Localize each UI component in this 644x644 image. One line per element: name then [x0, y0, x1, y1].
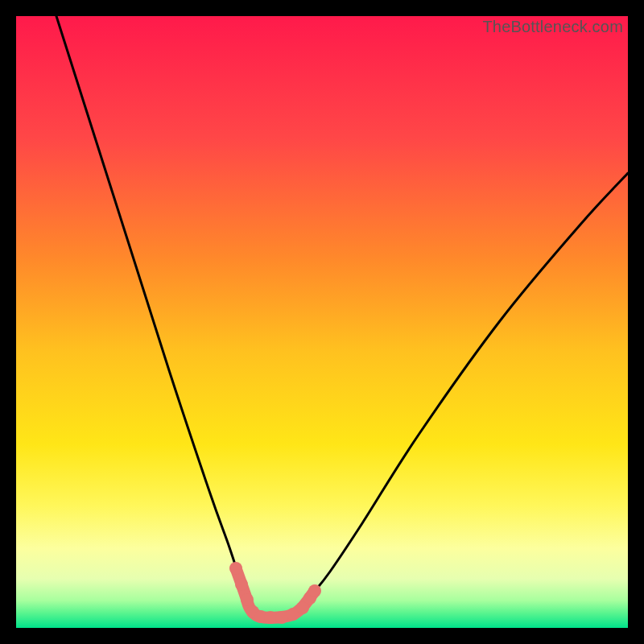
valley-dots-dot — [241, 593, 254, 606]
chart-canvas — [16, 16, 628, 628]
valley-dots-dot — [229, 562, 242, 575]
chart-frame: TheBottleneck.com — [16, 16, 628, 628]
valley-dots-dot — [235, 578, 248, 591]
valley-dots-dot — [308, 584, 321, 597]
valley-dots-dot — [275, 611, 288, 624]
valley-dots-dot — [264, 611, 277, 624]
bottleneck-curve — [56, 16, 628, 617]
